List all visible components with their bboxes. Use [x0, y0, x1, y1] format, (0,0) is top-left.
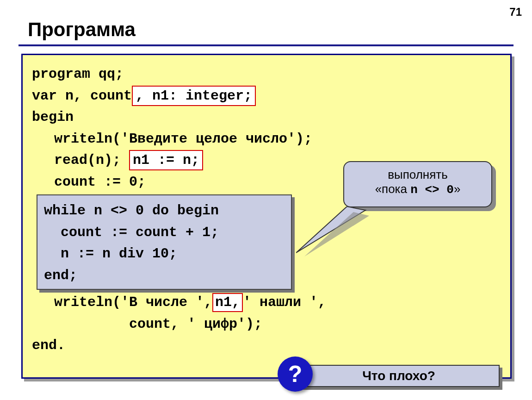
code-line-2: var n, count, n1: integer;: [32, 85, 501, 107]
code-line-9: count, ' цифр');: [32, 313, 501, 335]
code-line-1: program qq;: [32, 63, 501, 85]
while-line-3: n := n div 10;: [44, 243, 285, 265]
callout-l2a: «пока: [375, 182, 411, 196]
code-line-4: writeln('Введите целое число');: [32, 128, 501, 150]
highlight-n1-assign: n1 := n;: [129, 150, 203, 170]
highlight-n1-decl: , n1: integer;: [132, 86, 256, 106]
code-l5a: read(n);: [54, 152, 129, 168]
page-number: 71: [509, 6, 522, 19]
title-underline: [19, 44, 513, 46]
code-l8b: ' нашли ',: [243, 294, 326, 310]
callout-line2: «пока n <> 0»: [344, 182, 491, 197]
page-title: Программа: [28, 19, 136, 41]
code-line-8: writeln('В числе ',n1,' нашли ',: [32, 292, 501, 313]
question-pill: Что плохо?: [298, 365, 500, 387]
code-l8a: writeln('В числе ',: [54, 294, 212, 310]
while-line-4: end;: [44, 265, 285, 287]
highlight-n1-out: n1,: [212, 293, 243, 312]
question-text: Что плохо?: [362, 369, 435, 383]
code-line-3: begin: [32, 106, 501, 128]
callout-code: n <> 0: [410, 183, 454, 197]
code-line-10: end.: [32, 335, 501, 356]
callout-line1: выполнять: [344, 168, 491, 182]
while-block: while n <> 0 do begin count := count + 1…: [37, 194, 292, 290]
question-mark-icon: ?: [278, 356, 313, 392]
code-block: program qq; var n, count, n1: integer; b…: [21, 54, 512, 379]
callout-bubble: выполнять «пока n <> 0»: [343, 161, 492, 207]
while-line-1: while n <> 0 do begin: [44, 200, 285, 222]
code-l2a: var n, count: [32, 88, 132, 104]
callout-l2c: »: [454, 182, 460, 196]
while-line-2: count := count + 1;: [44, 222, 285, 244]
